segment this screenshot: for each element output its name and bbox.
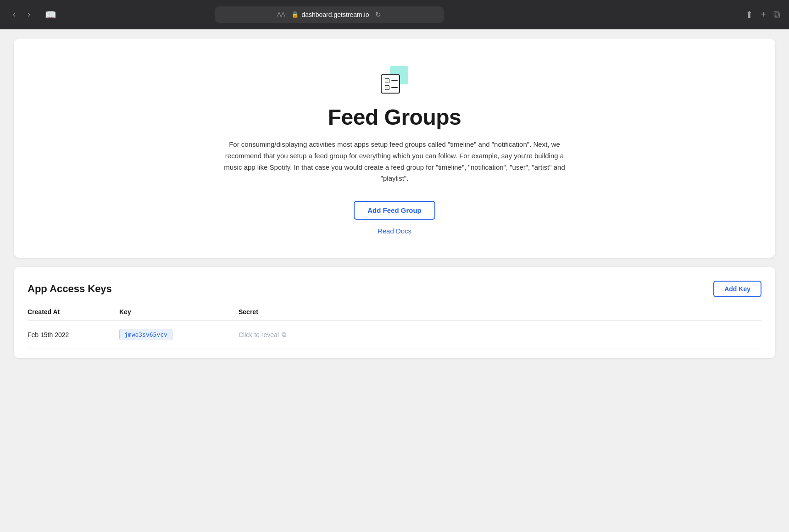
icon-main: ✓ ✓ bbox=[381, 74, 400, 94]
key-badge: jmwa3sv65vcv bbox=[119, 329, 172, 340]
feed-groups-icon: ✓ ✓ bbox=[381, 66, 408, 94]
check-box-1: ✓ bbox=[385, 78, 389, 83]
check-mark-1: ✓ bbox=[386, 79, 389, 82]
col-header-created-at: Created At bbox=[28, 308, 119, 316]
aa-label: AA bbox=[277, 11, 285, 18]
table-row: Feb 15th 2022 jmwa3sv65vcv Click to reve… bbox=[28, 321, 761, 349]
add-key-button[interactable]: Add Key bbox=[713, 281, 761, 297]
lock-icon: 🔒 bbox=[291, 11, 299, 18]
reveal-icon: ⧉ bbox=[282, 331, 286, 338]
access-keys-header: App Access Keys Add Key bbox=[28, 281, 761, 297]
secret-placeholder: Click to reveal bbox=[239, 331, 279, 338]
url-text: dashboard.getstream.io bbox=[301, 11, 369, 18]
access-keys-title: App Access Keys bbox=[28, 283, 112, 295]
cell-key: jmwa3sv65vcv bbox=[119, 329, 239, 340]
add-feed-group-button[interactable]: Add Feed Group bbox=[354, 201, 435, 220]
feed-groups-card: ✓ ✓ Feed Groups For consuming/displaying… bbox=[14, 39, 775, 258]
check-mark-2: ✓ bbox=[386, 86, 389, 89]
check-box-2: ✓ bbox=[385, 85, 389, 90]
address-bar[interactable]: AA 🔒 dashboard.getstream.io ↻ bbox=[215, 6, 444, 23]
feed-groups-title: Feed Groups bbox=[328, 105, 461, 130]
cell-secret[interactable]: Click to reveal ⧉ bbox=[239, 331, 761, 338]
read-docs-link[interactable]: Read Docs bbox=[378, 227, 411, 235]
checklist-row-1: ✓ bbox=[385, 78, 398, 83]
feed-groups-description: For consuming/displaying activities most… bbox=[220, 139, 569, 184]
col-header-key: Key bbox=[119, 308, 239, 316]
browser-nav: ‹ › bbox=[9, 8, 34, 21]
page-content: ✓ ✓ Feed Groups For consuming/displaying… bbox=[0, 29, 789, 532]
new-tab-icon[interactable]: + bbox=[761, 9, 766, 20]
share-icon[interactable]: ⬆ bbox=[745, 9, 753, 20]
access-keys-card: App Access Keys Add Key Created At Key S… bbox=[14, 267, 775, 358]
tabs-icon[interactable]: ⧉ bbox=[773, 9, 780, 20]
browser-chrome: ‹ › 📖 AA 🔒 dashboard.getstream.io ↻ ⬆ + … bbox=[0, 0, 789, 29]
col-header-secret: Secret bbox=[239, 308, 761, 316]
bookmark-icon: 📖 bbox=[45, 9, 56, 20]
back-button[interactable]: ‹ bbox=[9, 8, 19, 21]
check-line-1 bbox=[391, 80, 398, 81]
cell-created-at: Feb 15th 2022 bbox=[28, 331, 119, 338]
table-headers: Created At Key Secret bbox=[28, 308, 761, 321]
checklist-row-2: ✓ bbox=[385, 85, 398, 90]
reload-icon[interactable]: ↻ bbox=[375, 11, 381, 19]
browser-actions: ⬆ + ⧉ bbox=[745, 9, 780, 20]
check-line-2 bbox=[391, 87, 398, 88]
forward-button[interactable]: › bbox=[24, 8, 34, 21]
